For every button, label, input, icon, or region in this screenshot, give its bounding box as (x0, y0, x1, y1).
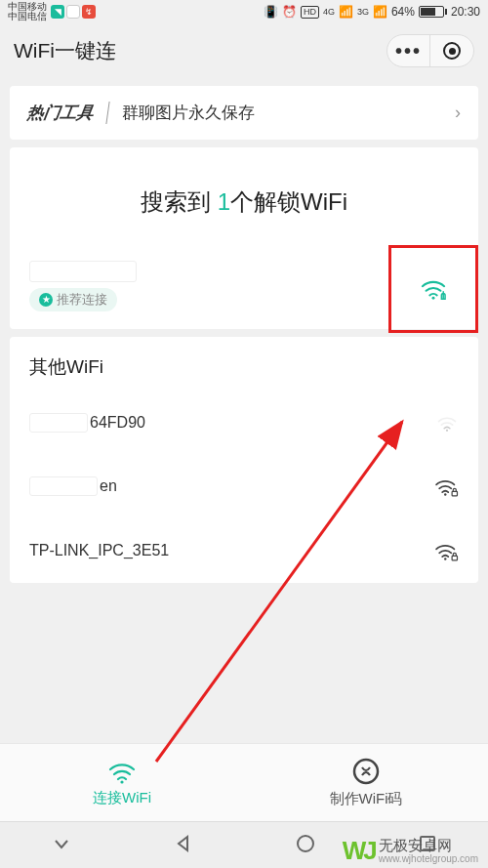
network-3g: 3G (357, 7, 369, 17)
svg-point-8 (298, 836, 313, 851)
tool-label: 热门工具 (25, 102, 109, 124)
qrcode-icon (351, 757, 381, 786)
svg-point-4 (444, 558, 446, 559)
wifi-item-1[interactable]: 64FD90 (10, 392, 478, 454)
found-header: 搜索到 1个解锁WiFi (10, 147, 478, 247)
tab-connect-label: 连接WiFi (93, 789, 151, 807)
svg-point-2 (444, 493, 446, 495)
status-right: 📳 ⏰ HD 4G 📶 3G 📶 64% 20:30 (264, 5, 480, 19)
title-bar: WiFi一键连 ••• (0, 23, 488, 78)
hd-badge: HD (301, 6, 319, 19)
signal-icon-2: 📶 (373, 5, 387, 19)
wifi-item-1-name: 64FD90 (29, 413, 145, 433)
wifi-name-redacted (29, 261, 137, 282)
redacted-prefix-2 (29, 476, 98, 496)
target-icon (443, 42, 461, 60)
network-4g: 4G (323, 7, 335, 17)
recommend-text: 推荐连接 (57, 291, 107, 309)
battery-icon (419, 6, 447, 18)
miniprogram-controls: ••• (386, 34, 474, 67)
status-icon-3: ↯ (82, 5, 96, 19)
battery-pct: 64% (391, 5, 415, 19)
found-wifi-card: 搜索到 1个解锁WiFi ★ 推荐连接 (10, 147, 478, 329)
tab-make-label: 制作WiFi码 (330, 790, 403, 808)
nav-home[interactable] (295, 833, 316, 858)
tool-banner[interactable]: 热门工具 群聊图片永久保存 › (10, 86, 478, 140)
tab-connect[interactable]: 连接WiFi (0, 744, 244, 821)
alarm-icon: ⏰ (282, 5, 297, 19)
tab-make-code[interactable]: 制作WiFi码 (244, 744, 488, 821)
clock: 20:30 (451, 5, 480, 19)
other-wifi-card: 其他WiFi 64FD90 en TP-LINK_IPC_3E51 (10, 337, 478, 583)
menu-button[interactable]: ••• (387, 35, 430, 66)
watermark-brand: 无极安卓网 (379, 838, 478, 854)
watermark-logo: WJ (343, 836, 375, 866)
status-icon-1: ◥ (51, 5, 64, 19)
wifi-locked-icon (433, 475, 459, 497)
svg-rect-5 (452, 556, 457, 560)
wifi-item-2-name: en (29, 476, 117, 496)
wifi-item-3[interactable]: TP-LINK_IPC_3E51 (10, 518, 478, 583)
watermark: WJ 无极安卓网 www.wjhotelgroup.com (343, 836, 478, 866)
other-wifi-title: 其他WiFi (10, 337, 478, 392)
found-suffix: 个解锁WiFi (230, 188, 347, 215)
svg-point-6 (120, 780, 123, 783)
carrier-2: 中国电信 (8, 12, 47, 21)
status-left: 中国移动 中国电信 ◥ ⌃ ↯ (8, 2, 96, 21)
wifi-icon (105, 758, 139, 785)
wifi-weak-icon (435, 413, 459, 433)
close-button[interactable] (430, 35, 473, 66)
nav-back[interactable] (173, 833, 194, 858)
wifi-item-3-name: TP-LINK_IPC_3E51 (29, 542, 169, 559)
status-icon-2: ⌃ (66, 5, 80, 19)
found-count: 1 (218, 188, 230, 215)
watermark-url: www.wjhotelgroup.com (379, 853, 478, 864)
nav-dropdown[interactable] (51, 833, 72, 858)
signal-icon-1: 📶 (339, 5, 353, 19)
carrier-labels: 中国移动 中国电信 (8, 2, 47, 21)
svg-rect-3 (452, 491, 457, 496)
bottom-tabs: 连接WiFi 制作WiFi码 (0, 743, 488, 821)
vibrate-icon: 📳 (264, 5, 278, 19)
status-bar: 中国移动 中国电信 ◥ ⌃ ↯ 📳 ⏰ HD 4G 📶 3G 📶 64% 20:… (0, 0, 488, 23)
unlocked-wifi-item[interactable]: ★ 推荐连接 (10, 247, 478, 329)
annotation-box (388, 245, 478, 333)
recommend-pill: ★ 推荐连接 (29, 288, 117, 311)
chevron-right-icon: › (455, 103, 461, 123)
page-title: WiFi一键连 (14, 37, 116, 64)
wifi-item-2[interactable]: en (10, 454, 478, 518)
svg-point-1 (446, 430, 448, 432)
dots-icon: ••• (395, 40, 422, 62)
star-icon: ★ (39, 293, 53, 307)
status-app-icons: ◥ ⌃ ↯ (51, 5, 96, 19)
found-prefix: 搜索到 (141, 188, 218, 215)
tool-desc: 群聊图片永久保存 (108, 102, 455, 124)
redacted-prefix-1 (29, 413, 88, 433)
wifi-locked-icon (433, 540, 459, 561)
